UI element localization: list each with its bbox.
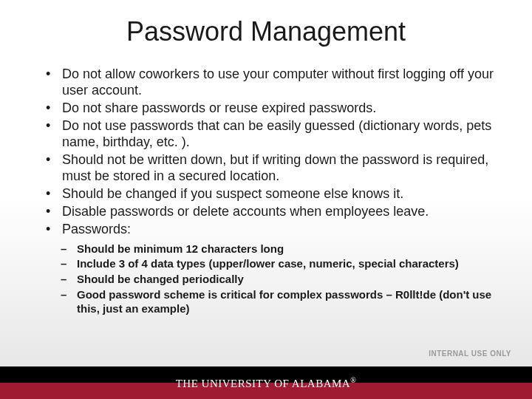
slide-title: Password Management bbox=[30, 16, 502, 47]
sub-bullet-item: Good password scheme is critical for com… bbox=[61, 288, 502, 316]
bullet-item: Disable passwords or delete accounts whe… bbox=[46, 204, 502, 220]
confidential-label: INTERNAL USE ONLY bbox=[429, 349, 511, 358]
registered-mark: ® bbox=[350, 376, 356, 384]
bullet-item: Passwords: bbox=[46, 222, 502, 238]
sub-bullet-item: Should be changed periodically bbox=[61, 273, 502, 287]
bullet-list: Do not allow coworkers to use your compu… bbox=[30, 66, 502, 238]
bullet-item: Do not allow coworkers to use your compu… bbox=[46, 66, 502, 99]
bullet-item: Do not use passwords that can be easily … bbox=[46, 118, 502, 151]
footer: THE UNIVERSITY OF ALABAMA® bbox=[0, 366, 532, 399]
slide: Password Management Do not allow coworke… bbox=[0, 0, 532, 399]
footer-logo: THE UNIVERSITY OF ALABAMA® bbox=[176, 376, 357, 390]
bullet-item: Should be changed if you suspect someone… bbox=[46, 186, 502, 202]
bullet-item: Do not share passwords or reuse expired … bbox=[46, 100, 502, 117]
sub-bullet-item: Include 3 of 4 data types (upper/lower c… bbox=[61, 257, 502, 271]
sub-bullet-item: Should be minimum 12 characters long bbox=[61, 242, 502, 256]
bullet-item: Should not be written down, but if writi… bbox=[46, 152, 502, 185]
org-name: THE UNIVERSITY OF ALABAMA bbox=[176, 378, 351, 389]
sub-bullet-list: Should be minimum 12 characters long Inc… bbox=[30, 242, 502, 316]
